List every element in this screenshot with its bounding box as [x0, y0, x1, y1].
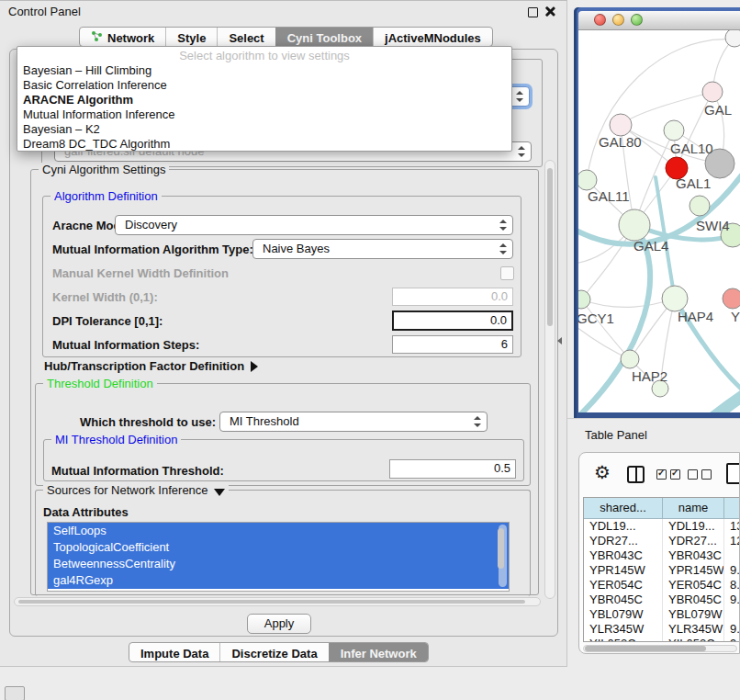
network-node-gcy1[interactable] [578, 290, 590, 309]
table-header-row: shared...name [584, 498, 740, 519]
network-node-hap4[interactable] [662, 286, 688, 311]
tab-label: Network [107, 31, 154, 45]
mi-type-value: Naive Bayes [263, 242, 330, 255]
table-cell: 13 [724, 519, 740, 534]
table-cell: YLR345W [663, 622, 724, 637]
network-node-swi4[interactable] [690, 196, 710, 216]
network-node-hap2[interactable] [621, 350, 639, 368]
node-label-gal: GAL [704, 102, 732, 118]
algorithm-option-bayesian-hill-climbing[interactable]: Bayesian – Hill Climbing [23, 63, 151, 77]
manual-kernel-checkbox[interactable] [500, 266, 514, 280]
algorithm-option-basic-correlation-inference[interactable]: Basic Correlation Inference [23, 78, 167, 92]
table-cell: YPR145W [584, 563, 663, 578]
table-cell: YBR043C [663, 548, 724, 563]
mi-type-label: Mutual Information Algorithm Type: [52, 243, 253, 256]
table-row[interactable]: YBR045CYBR045C9. [584, 593, 740, 607]
table-row[interactable]: YER054CYER054C8. [584, 578, 740, 593]
attribute-item-gal4rgexp[interactable]: gal4RGexp [48, 572, 509, 589]
table-cell: YDR27... [663, 534, 724, 548]
hub-definition-expander[interactable]: Hub/Transcription Factor Definition [44, 357, 258, 374]
control-panel-titlebar: Control Panel [0, 1, 566, 23]
tab-jactivemnodules[interactable]: jActiveMNodules [373, 28, 492, 46]
bottom-tab-impute-data[interactable]: Impute Data [129, 643, 219, 661]
gear-icon[interactable]: ⚙ [594, 461, 611, 483]
apply-button[interactable]: Apply [247, 614, 311, 634]
network-node-gal[interactable] [702, 82, 723, 102]
dpi-tolerance-field[interactable]: 0.0 [392, 310, 513, 331]
table-cell: 9. [724, 563, 740, 578]
table-row[interactable]: YBR043CYBR043C [584, 548, 740, 563]
tab-label: Style [177, 31, 206, 45]
table-row[interactable]: YDL19...YDL19...13 [584, 519, 740, 534]
settings-vertical-scrollbar[interactable] [544, 160, 555, 599]
algorithm-option-mutual-information-inference[interactable]: Mutual Information Inference [23, 107, 174, 121]
desktop: Control Panel NetworkStyleSelectCyni Too… [0, 0, 740, 700]
cyni-algorithm-settings-group: Cyni Algorithm Settings Algorithm Defini… [30, 169, 539, 595]
network-node-gal80[interactable] [610, 114, 632, 136]
data-attributes-list[interactable]: SelfLoopsTopologicalCoefficientBetweenne… [47, 522, 510, 592]
attribute-item-selfloops[interactable]: SelfLoops [48, 523, 509, 539]
table-row[interactable]: YPR145WYPR145W9. [584, 563, 740, 578]
sources-title-row[interactable]: Sources for Network Inference [43, 483, 229, 497]
table-cell: YER054C [663, 578, 724, 593]
algorithm-option-aracne-algorithm[interactable]: ARACNE Algorithm [23, 93, 133, 107]
node-label-y: Y [731, 309, 740, 324]
node-label-gal11: GAL11 [588, 188, 630, 204]
network-node-gal10[interactable] [664, 120, 684, 141]
tab-label: Cyni Toolbox [287, 31, 362, 45]
attribute-item-betweennesscentrality[interactable]: BetweennessCentrality [48, 556, 509, 572]
network-edge [581, 299, 675, 307]
tab-style[interactable]: Style [165, 28, 217, 46]
algorithm-definition-group: Algorithm Definition Aracne Mode: Discov… [42, 196, 521, 357]
mi-type-select[interactable]: Naive Bayes [252, 239, 513, 259]
mi-steps-field[interactable]: 6 [392, 335, 513, 354]
bottom-tab-discretize-data[interactable]: Discretize Data [219, 643, 328, 661]
network-node-y[interactable] [723, 288, 740, 309]
new-table-icon[interactable] [726, 463, 740, 484]
network-window-titlebar[interactable] [578, 11, 740, 30]
settings-horizontal-scrollbar[interactable] [14, 597, 541, 606]
bottom-tab-infer-network[interactable]: Infer Network [329, 643, 428, 661]
kernel-width-field[interactable]: 0.0 [392, 288, 513, 306]
table-row[interactable]: YBL079WYBL079W [584, 607, 740, 622]
columns-icon[interactable] [627, 466, 645, 483]
network-canvas[interactable]: GALGAL80GAL10GAL1GAL11GAL4SWI4GCY1HAP4YH… [578, 30, 740, 412]
network-node[interactable] [725, 30, 740, 47]
network-node-gal11[interactable] [578, 170, 597, 190]
table-row[interactable]: YIL052CYIL052C9 [584, 637, 740, 642]
manual-kernel-label: Manual Kernel Width Definition [52, 266, 229, 280]
close-traffic-light-icon[interactable] [594, 14, 606, 26]
threshold-definition-group: Threshold Definition Which threshold to … [35, 383, 531, 486]
minimize-traffic-light-icon[interactable] [612, 14, 624, 26]
algorithm-option-bayesian-k2[interactable]: Bayesian – K2 [23, 122, 100, 136]
which-threshold-select[interactable]: MI Threshold [219, 412, 488, 432]
minimized-panel-button[interactable] [5, 686, 25, 700]
tab-select[interactable]: Select [217, 28, 275, 46]
tab-label: Select [229, 31, 263, 45]
hide-columns-icon[interactable] [688, 469, 712, 480]
table-cell: 12 [724, 534, 740, 548]
column-header-cut[interactable] [724, 498, 740, 518]
table-cell: 8. [724, 578, 740, 593]
expand-right-icon [251, 361, 258, 372]
attribute-item-topologicalcoefficient[interactable]: TopologicalCoefficient [48, 539, 509, 556]
close-icon[interactable] [544, 6, 555, 17]
table-row[interactable]: YLR345WYLR345W9. [584, 622, 740, 637]
table-cell [724, 607, 740, 622]
panel-collapse-arrow-icon[interactable] [557, 337, 562, 344]
tab-cyni-toolbox[interactable]: Cyni Toolbox [275, 28, 373, 46]
show-checked-columns-icon[interactable] [656, 469, 680, 480]
column-header-shared[interactable]: shared... [584, 498, 663, 518]
tab-network[interactable]: Network [80, 28, 165, 46]
float-window-icon[interactable] [528, 7, 538, 17]
algorithm-option-dream8-dc-tdc-algorithm[interactable]: Dream8 DC_TDC Algorithm [23, 137, 170, 151]
network-node-gal4[interactable] [619, 209, 650, 241]
column-header-name[interactable]: name [663, 498, 724, 518]
table-panel-window: ⚙ shared...name YDL19...YDL19...13YDR27.… [578, 452, 740, 654]
table-cell: YPR145W [663, 563, 724, 578]
zoom-traffic-light-icon[interactable] [631, 14, 643, 26]
aracne-mode-select[interactable]: Discovery [115, 215, 513, 235]
table-row[interactable]: YDR27...YDR27...12 [584, 534, 740, 548]
mi-threshold-field[interactable]: 0.5 [389, 459, 516, 479]
list-scrollbar[interactable] [499, 525, 507, 587]
